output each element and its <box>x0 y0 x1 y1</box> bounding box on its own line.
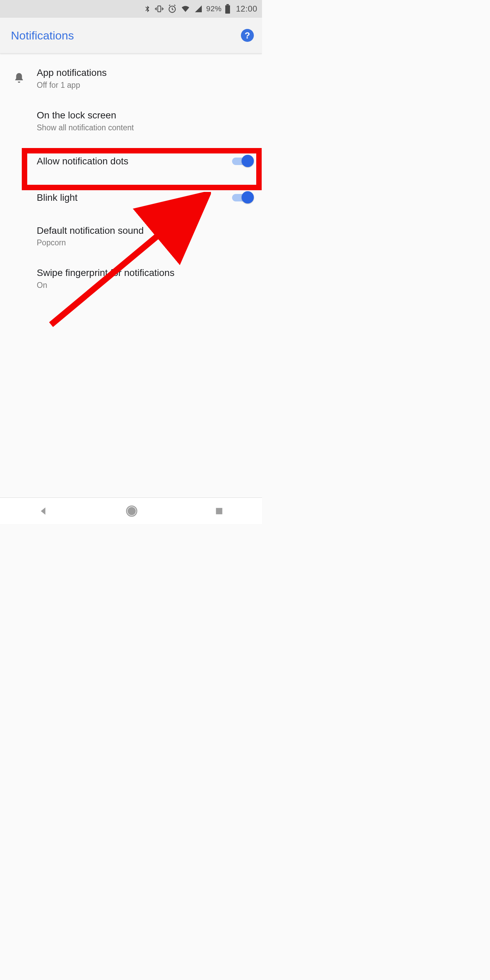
row-default-sound[interactable]: Default notification sound Popcorn <box>0 215 262 257</box>
row-swipe-fingerprint[interactable]: Swipe fingerprint for notifications On <box>0 257 262 299</box>
vibrate-icon <box>154 5 164 13</box>
row-lock-screen[interactable]: On the lock screen Show all notification… <box>0 99 262 142</box>
svg-rect-6 <box>227 4 229 5</box>
row-subtitle: Show all notification content <box>37 123 254 132</box>
nav-back-button[interactable] <box>38 506 49 517</box>
row-title: Default notification sound <box>37 224 254 237</box>
svg-rect-11 <box>216 508 222 514</box>
help-icon: ? <box>245 30 250 41</box>
bell-icon <box>11 72 27 84</box>
cell-signal-icon <box>194 5 203 13</box>
help-button[interactable]: ? <box>241 29 254 42</box>
app-bar: Notifications ? <box>0 18 262 53</box>
row-subtitle: Popcorn <box>37 238 254 247</box>
status-bar: 92% 12:00 <box>0 0 262 18</box>
row-title: On the lock screen <box>37 109 254 122</box>
toggle-blink-light[interactable] <box>232 191 254 204</box>
row-title: Allow notification dots <box>37 155 223 168</box>
row-title: Swipe fingerprint for notifications <box>37 266 254 279</box>
status-clock: 12:00 <box>236 4 257 14</box>
wifi-icon <box>180 5 191 13</box>
bluetooth-icon <box>143 4 151 14</box>
row-subtitle: Off for 1 app <box>37 81 254 90</box>
svg-point-10 <box>128 508 135 514</box>
battery-percent: 92% <box>206 5 222 13</box>
row-subtitle: On <box>37 281 254 290</box>
row-blink-light[interactable]: Blink light <box>0 181 262 215</box>
nav-recents-button[interactable] <box>215 506 224 516</box>
navigation-bar <box>0 498 262 524</box>
row-title: App notifications <box>37 66 254 79</box>
row-notification-dots[interactable]: Allow notification dots <box>0 142 262 181</box>
nav-home-button[interactable] <box>126 505 138 517</box>
toggle-notification-dots[interactable] <box>232 155 254 168</box>
row-title: Blink light <box>37 191 223 204</box>
settings-list: App notifications Off for 1 app On the l… <box>0 53 262 299</box>
svg-rect-0 <box>158 6 161 11</box>
alarm-icon <box>167 4 177 14</box>
row-app-notifications[interactable]: App notifications Off for 1 app <box>0 57 262 99</box>
battery-icon <box>225 4 231 14</box>
page-title: Notifications <box>11 29 74 42</box>
svg-rect-7 <box>225 5 230 14</box>
